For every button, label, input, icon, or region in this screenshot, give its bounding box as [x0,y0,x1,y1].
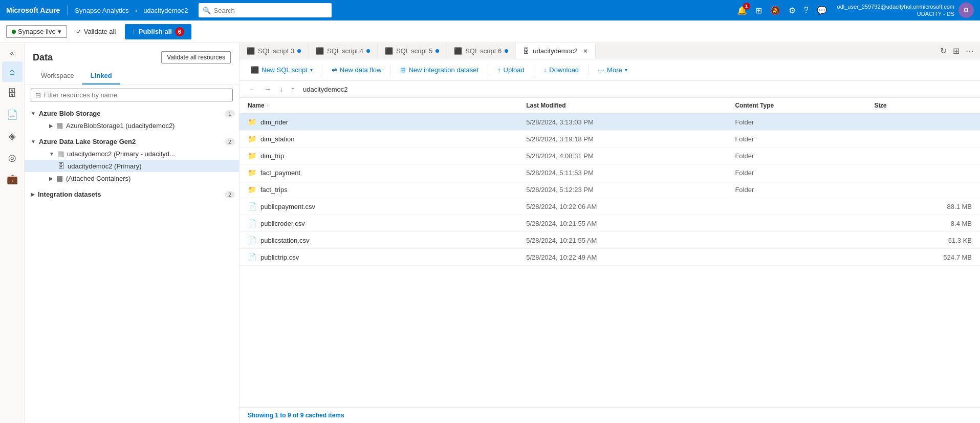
new-data-flow-button[interactable]: ⇌ New data flow [326,64,387,76]
cell-name: 📄 publictrip.csv [248,253,526,261]
feedback-icon[interactable]: 💬 [815,4,829,17]
tab-udacity-close[interactable]: ✕ [583,48,588,55]
cell-modified: 5/28/2024, 10:21:55 AM [526,237,735,244]
table-row[interactable]: 📁 dim_rider 5/28/2024, 3:13:03 PM Folder [239,114,980,131]
tab-udacity-icon: 🗄 [523,47,530,55]
tab-sql-3-label: SQL script 3 [258,47,294,55]
brand-label: Microsoft Azure [6,6,60,14]
col-modified-header[interactable]: Last Modified [526,102,735,109]
sep3 [488,65,488,75]
nav-back-button[interactable]: ← [246,84,259,94]
tab-more-button[interactable]: ⋯ [964,44,976,58]
sep4 [534,65,534,75]
download-icon: ↓ [543,66,547,74]
more-button[interactable]: ⋯ More ▾ [593,64,633,76]
attached-containers-item[interactable]: ▶ ▦ (Attached Containers) [25,172,239,184]
tab-refresh-button[interactable]: ↻ [938,44,949,58]
table-row[interactable]: 📁 fact_trips 5/28/2024, 5:12:23 PM Folde… [239,181,980,198]
cell-type: Folder [735,169,874,177]
avatar[interactable]: O [959,3,974,18]
breadcrumb-path: udacitydemoc2 [300,86,351,93]
tab-workspace[interactable]: Workspace [33,68,82,84]
table-icon: ▦ [56,121,63,130]
sidebar-item-data[interactable]: 🗄 [2,83,23,103]
new-sql-chevron: ▾ [310,67,313,73]
cell-modified: 5/28/2024, 10:22:06 AM [526,203,735,210]
tab-linked[interactable]: Linked [82,68,120,84]
file-doc-icon: 📄 [248,202,256,210]
sidebar-item-develop[interactable]: 📄 [2,104,23,125]
help-icon[interactable]: ? [802,4,811,17]
cell-name: 📁 dim_rider [248,118,526,126]
adls-header[interactable]: ▼ Azure Data Lake Storage Gen2 2 [25,136,239,147]
alert-icon[interactable]: 🔕 [768,4,782,17]
validate-all-resources-button[interactable]: Validate all resources [161,51,231,64]
cell-name: 📁 dim_station [248,135,526,143]
folder-icon: 📁 [248,168,256,177]
validate-label: Validate all [84,28,116,35]
col-size-header[interactable]: Size [875,102,972,109]
download-button[interactable]: ↓ Download [538,64,584,76]
top-bar-icons: 🔔 1 ⊞ 🔕 ⚙ ? 💬 odl_user_259792@udacityhol… [735,3,974,18]
nav-forward-button[interactable]: → [261,84,274,94]
col-type-header[interactable]: Content Type [735,102,874,109]
publish-all-button[interactable]: ↑ Publish all 6 [125,24,191,39]
tab-sql-script-4[interactable]: ⬛ SQL script 4 [309,43,378,59]
search-input[interactable] [214,7,328,14]
table-row[interactable]: 📁 fact_payment 5/28/2024, 5:11:53 PM Fol… [239,164,980,181]
cell-size: 8.4 MB [875,220,972,227]
nav-up-button[interactable]: ↑ [288,84,298,94]
tab-udacitydemoc2[interactable]: 🗄 udacitydemoc2 ✕ [516,43,595,59]
sidebar-item-home[interactable]: ⌂ [2,61,23,82]
adls-primary-item[interactable]: ▼ ▦ udacitydemoc2 (Primary - udacityd... [25,147,239,160]
azure-blob-storage1-item[interactable]: ▶ ▦ AzureBlobStorage1 (udacitydemoc2) [25,119,239,132]
nav-down-button[interactable]: ↓ [276,84,286,94]
cell-modified: 5/28/2024, 5:12:23 PM [526,186,735,194]
data-panel: Data Validate all resources Workspace Li… [25,43,239,423]
table-row[interactable]: 📄 publicroder.csv 5/28/2024, 10:21:55 AM… [239,215,980,232]
live-dot [12,30,16,34]
table-row[interactable]: 📄 publictrip.csv 5/28/2024, 10:22:49 AM … [239,249,980,266]
synapse-live-button[interactable]: Synapse live ▾ [6,25,67,38]
tab-sql-script-6[interactable]: ⬛ SQL script 6 [447,43,516,59]
azure-blob-storage1-chevron: ▶ [49,123,53,129]
status-text: Showing 1 to 9 of 9 cached items [248,412,344,419]
tab-split-button[interactable]: ⊞ [951,44,962,58]
notification-icon[interactable]: 🔔 1 [735,4,749,17]
azure-blob-header[interactable]: ▼ Azure Blob Storage 1 [25,108,239,119]
upload-button[interactable]: ↑ Upload [492,64,530,76]
udacitydemoc2-primary-item[interactable]: 🗄 udacitydemoc2 (Primary) [25,160,239,172]
portal-icon[interactable]: ⊞ [753,4,764,17]
settings-icon[interactable]: ⚙ [787,4,798,17]
collapse-button[interactable]: « [2,45,23,60]
table-row[interactable]: 📁 dim_station 5/28/2024, 3:19:18 PM Fold… [239,131,980,147]
sidebar-item-integrate[interactable]: ◈ [2,126,23,146]
new-sql-script-button[interactable]: ⬛ New SQL script ▾ [246,64,318,76]
integration-section: ▶ Integration datasets 2 [25,186,239,202]
col-name-header[interactable]: Name ↑ [248,102,526,109]
sidebar-item-monitor[interactable]: ◎ [2,147,23,168]
data-panel-title: Data [33,52,53,63]
data-panel-tabs: Workspace Linked [25,64,239,84]
table-row[interactable]: 📄 publicstation.csv 5/28/2024, 10:21:55 … [239,232,980,249]
tab-sql-script-5[interactable]: ⬛ SQL script 5 [378,43,447,59]
new-dataset-button[interactable]: ⊞ New integration dataset [395,64,484,76]
cell-name: 📁 fact_trips [248,185,526,194]
tab-sql-5-icon: ⬛ [385,47,393,55]
cell-modified: 5/28/2024, 5:11:53 PM [526,169,735,177]
table-row[interactable]: 📁 dim_trip 5/28/2024, 4:08:31 PM Folder [239,147,980,164]
file-table: Name ↑ Last Modified Content Type Size 📁… [239,98,980,407]
adls-count: 2 [225,138,235,145]
tab-sql-script-3[interactable]: ⬛ SQL script 3 [239,43,309,59]
attached-containers-label: (Attached Containers) [66,175,130,182]
tab-udacity-label: udacitydemoc2 [533,47,577,55]
file-name: fact_payment [260,169,300,177]
validate-all-button[interactable]: ✓ Validate all [71,26,121,37]
table-row[interactable]: 📄 publicpayment.csv 5/28/2024, 10:22:06 … [239,198,980,215]
sidebar-item-manage[interactable]: 💼 [2,169,23,189]
integration-chevron: ▶ [31,192,35,197]
filter-input[interactable] [44,91,228,99]
content-area: ⬛ SQL script 3 ⬛ SQL script 4 ⬛ SQL scri… [239,43,980,423]
new-dataflow-icon: ⇌ [332,66,337,74]
integration-header[interactable]: ▶ Integration datasets 2 [25,188,239,200]
